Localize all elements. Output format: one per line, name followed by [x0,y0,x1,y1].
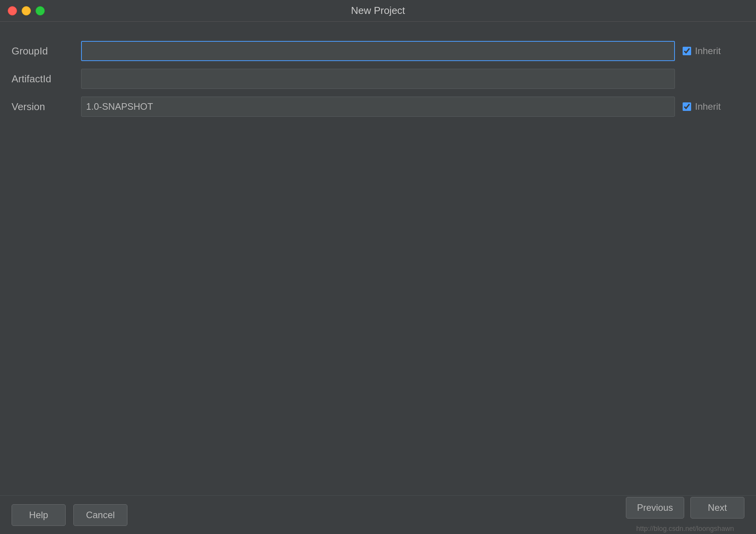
group-id-inherit-label: Inherit [695,46,721,56]
group-id-label: GroupId [12,45,73,57]
title-bar-buttons [8,6,45,15]
watermark: http://blog.csdn.net/loongshawn [636,525,734,533]
version-inherit-label: Inherit [695,101,721,112]
bottom-bar: Help Cancel Previous Next http://blog.cs… [0,495,756,534]
group-id-inherit-container: Inherit [683,46,744,56]
bottom-left-buttons: Help Cancel [12,504,127,526]
main-content: GroupId Inherit ArtifactId Version [0,22,756,495]
version-input[interactable] [81,97,675,117]
title-bar: New Project [0,0,756,22]
window-title: New Project [351,5,405,17]
cancel-button[interactable]: Cancel [73,504,127,526]
artifact-id-row: ArtifactId [12,65,744,93]
version-inherit-container: Inherit [683,101,744,112]
bottom-right-buttons: Previous Next [626,497,744,519]
artifact-id-label: ArtifactId [12,73,73,85]
version-label: Version [12,101,73,113]
form-area: GroupId Inherit ArtifactId Version [12,37,744,121]
version-row: Version Inherit [12,93,744,121]
group-id-row: GroupId Inherit [12,37,744,65]
content-spacer [12,121,744,484]
help-button[interactable]: Help [12,504,66,526]
artifact-id-input[interactable] [81,69,675,89]
window: New Project GroupId Inherit ArtifactId [0,0,756,534]
minimize-button[interactable] [22,6,31,15]
previous-button[interactable]: Previous [626,497,684,519]
close-button[interactable] [8,6,17,15]
next-button[interactable]: Next [690,497,744,519]
maximize-button[interactable] [36,6,45,15]
group-id-input[interactable] [81,41,675,61]
group-id-inherit-checkbox[interactable] [683,47,691,55]
version-inherit-checkbox[interactable] [683,102,691,111]
bottom-right-area: Previous Next http://blog.csdn.net/loong… [626,497,744,533]
